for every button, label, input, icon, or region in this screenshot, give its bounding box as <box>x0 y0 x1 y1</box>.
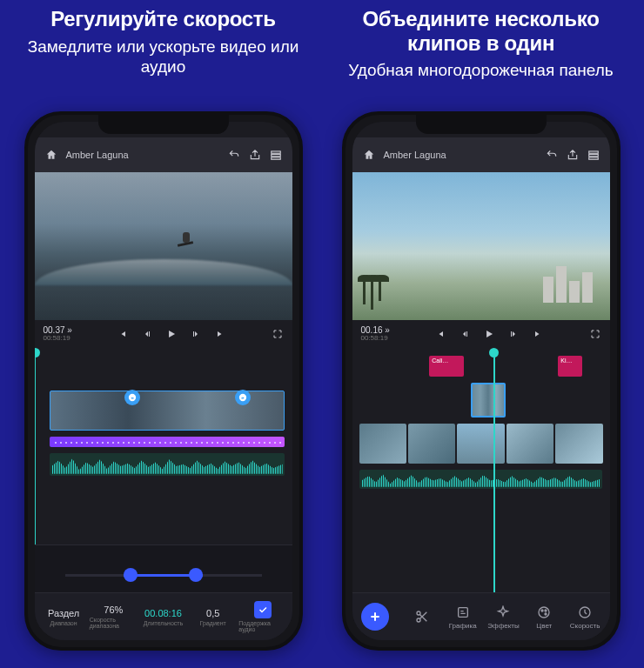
timecode-sub: 00:58:19 <box>44 335 72 343</box>
tool-label: Графика <box>449 622 477 630</box>
svg-rect-7 <box>588 157 598 159</box>
duration-sub: Длительность <box>144 620 183 626</box>
speed-icon <box>578 605 592 620</box>
tool-speed[interactable]: Скорость <box>569 605 601 630</box>
svg-point-16 <box>545 613 547 615</box>
clip-thumb[interactable] <box>408 424 455 464</box>
tool-color[interactable]: Цвет <box>528 605 560 630</box>
svg-rect-4 <box>193 331 194 337</box>
headline: Объедините несколько клипов в один Удобн… <box>335 7 627 111</box>
tool-effects[interactable]: Эффекты <box>487 605 520 630</box>
duration-control[interactable]: 00.08:16 Длительность <box>139 608 187 626</box>
play-icon[interactable] <box>165 328 178 340</box>
speed-segment[interactable] <box>50 437 284 447</box>
timeline[interactable]: Cali… Ki… <box>352 348 610 592</box>
clip-thumb[interactable] <box>457 424 504 464</box>
slider-knob-left[interactable] <box>124 568 138 582</box>
share-icon[interactable] <box>249 149 261 161</box>
home-icon[interactable] <box>45 149 57 161</box>
svg-rect-6 <box>588 154 598 156</box>
tool-graphics[interactable]: Графика <box>446 605 479 630</box>
video-preview[interactable] <box>352 172 610 320</box>
audio-clip[interactable] <box>50 453 284 476</box>
skip-end-icon[interactable] <box>214 328 226 340</box>
title-clip[interactable]: Cali… <box>429 356 464 377</box>
tool-label: Эффекты <box>487 622 519 630</box>
playback-controls: 00.37 » 00:58:19 <box>35 320 292 348</box>
title-clip[interactable]: Ki… <box>558 356 582 377</box>
add-button[interactable] <box>361 603 389 631</box>
clip-thumb[interactable] <box>555 424 602 464</box>
frame-fwd-icon[interactable] <box>507 328 520 340</box>
video-track[interactable] <box>35 389 292 432</box>
speed-slider[interactable] <box>65 574 262 577</box>
surfer-graphic <box>176 229 197 250</box>
home-icon[interactable] <box>363 149 375 161</box>
audio-support-control[interactable]: Поддержка аудио <box>238 601 286 632</box>
speed-marker[interactable] <box>124 390 140 405</box>
timeline[interactable] <box>35 348 292 544</box>
headline-title: Регулируйте скорость <box>17 7 309 31</box>
section-sub: Диапазон <box>50 620 77 626</box>
project-name[interactable]: Amber Laguna <box>66 150 129 160</box>
skip-start-icon[interactable] <box>434 328 446 340</box>
svg-rect-9 <box>511 331 512 337</box>
svg-rect-2 <box>271 157 280 159</box>
frame-back-icon[interactable] <box>141 328 153 340</box>
clip-thumb[interactable] <box>359 424 406 464</box>
settings-icon[interactable] <box>587 149 600 161</box>
fullscreen-icon[interactable] <box>589 328 601 340</box>
audio-clip[interactable] <box>359 470 601 489</box>
playback-controls: 00.16 » 00:58:19 <box>352 320 610 348</box>
gradient-control[interactable]: 0,5 Градиент <box>189 608 237 626</box>
tool-edit[interactable] <box>406 609 439 625</box>
effects-icon <box>496 605 510 620</box>
bottom-toolbar: Графика Эффекты Цвет Скорость <box>352 592 610 640</box>
speed-slider-section <box>35 544 292 592</box>
tool-label: Скорость <box>570 622 600 630</box>
svg-point-11 <box>417 618 420 622</box>
timecode: 00.37 » 00:58:19 <box>44 325 72 343</box>
checkbox-checked-icon[interactable] <box>254 601 272 618</box>
project-name[interactable]: Amber Laguna <box>384 150 446 160</box>
frame-back-icon[interactable] <box>459 328 471 340</box>
title-track[interactable]: Cali… Ki… <box>352 354 610 378</box>
video-track[interactable] <box>352 422 610 465</box>
settings-icon[interactable] <box>270 149 282 161</box>
slider-knob-right[interactable] <box>189 568 203 582</box>
speed-value: 76% <box>104 605 123 615</box>
section-label: Раздел <box>48 608 79 618</box>
app-topbar: Amber Laguna <box>35 137 292 172</box>
audio-track[interactable] <box>35 451 292 478</box>
app-screen: Amber Laguna 00.16 » 00:58:19 <box>352 122 610 640</box>
section-control[interactable]: Раздел Диапазон <box>40 608 88 626</box>
skip-start-icon[interactable] <box>117 328 129 340</box>
overlay-clip-selected[interactable] <box>471 383 506 418</box>
fullscreen-icon[interactable] <box>272 328 284 340</box>
speed-control[interactable]: 76% Скорость диапазона <box>90 605 138 629</box>
playhead[interactable] <box>35 353 37 544</box>
undo-icon[interactable] <box>546 149 558 161</box>
speed-track[interactable] <box>35 435 292 449</box>
play-icon[interactable] <box>483 328 495 340</box>
share-icon[interactable] <box>567 149 579 161</box>
promo-panel-speed: Регулируйте скорость Замедлите или ускор… <box>17 7 309 661</box>
video-clip-sequence[interactable] <box>356 424 607 464</box>
svg-rect-3 <box>149 331 150 337</box>
playhead[interactable] <box>493 353 495 592</box>
audio-track[interactable] <box>352 468 610 491</box>
svg-point-15 <box>545 610 547 611</box>
svg-rect-5 <box>588 151 598 153</box>
clip-thumb[interactable] <box>506 424 553 464</box>
gradient-value: 0,5 <box>206 608 219 618</box>
undo-icon[interactable] <box>228 149 240 161</box>
svg-rect-1 <box>271 154 280 156</box>
buildings-graphic <box>543 266 593 303</box>
skip-end-icon[interactable] <box>532 328 544 340</box>
video-preview[interactable] <box>35 172 292 320</box>
frame-fwd-icon[interactable] <box>190 328 202 340</box>
speed-sub: Скорость диапазона <box>90 617 138 629</box>
headline: Регулируйте скорость Замедлите или ускор… <box>17 7 309 111</box>
tool-label: Цвет <box>536 622 552 630</box>
overlay-track[interactable] <box>352 381 610 419</box>
